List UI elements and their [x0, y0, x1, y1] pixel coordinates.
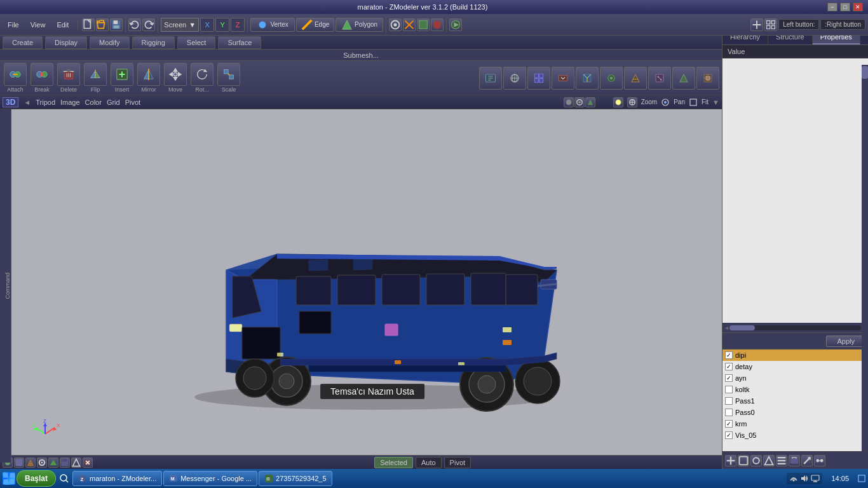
node-checkbox-vis05[interactable]: ✓: [725, 431, 733, 439]
panel-btn6[interactable]: [789, 455, 800, 466]
image-label[interactable]: Image: [60, 98, 80, 106]
polygon-mode-btn[interactable]: Polygon: [336, 18, 383, 32]
menu-view[interactable]: View: [25, 20, 51, 30]
taskbar-app-messenger[interactable]: M Messenger - Google ...: [163, 471, 257, 486]
pan-label[interactable]: Pan: [674, 98, 685, 105]
tab-surface[interactable]: Surface: [218, 36, 261, 49]
scene-node-ayn[interactable]: ✓ ayn: [722, 372, 868, 384]
redo-button[interactable]: [142, 18, 155, 31]
extra-tool5[interactable]: [576, 67, 599, 90]
windows-logo[interactable]: [3, 472, 15, 485]
tripod-label[interactable]: Tripod: [36, 98, 55, 106]
extra-tool7[interactable]: [624, 67, 647, 90]
auto-status[interactable]: Auto: [416, 457, 442, 468]
light-icon[interactable]: [613, 97, 623, 107]
viewport-3d[interactable]: Temsa'cı Nazım Usta X Y Z: [11, 95, 733, 463]
extra-tool3[interactable]: [527, 67, 550, 90]
taskbar-search[interactable]: [57, 471, 71, 485]
panel-btn2[interactable]: [738, 455, 749, 466]
snap-btn[interactable]: [750, 18, 763, 31]
render-mode2[interactable]: [574, 97, 585, 107]
left-button-indicator[interactable]: Left button:: [778, 19, 819, 30]
maximize-button[interactable]: □: [840, 3, 850, 11]
tool-btn2[interactable]: [403, 18, 416, 31]
grid-label[interactable]: Grid: [107, 98, 120, 106]
scroll-track[interactable]: [729, 325, 861, 330]
pivot-status[interactable]: Pivot: [444, 457, 471, 468]
fit-label[interactable]: Fit: [702, 98, 709, 105]
chevron-left-icon[interactable]: ◄: [24, 98, 31, 106]
delete-tool[interactable]: Delete: [56, 62, 81, 93]
axis-z-btn[interactable]: Z: [231, 18, 245, 32]
right-button-indicator[interactable]: :Right button: [820, 19, 865, 30]
tab-create[interactable]: Create: [3, 36, 43, 49]
node-checkbox-pass0[interactable]: [725, 409, 733, 416]
taskbar-app-maraton[interactable]: Z maraton - ZModeler...: [72, 471, 162, 486]
tool-btn4[interactable]: [431, 18, 444, 31]
grid-btn[interactable]: [764, 18, 777, 31]
scene-node-dipi[interactable]: ✓ dipi: [722, 349, 868, 361]
status-icon4[interactable]: [37, 458, 47, 468]
status-icon8[interactable]: [83, 458, 93, 468]
rotate-tool[interactable]: Rot...: [189, 62, 215, 93]
scene-node-pass0[interactable]: Pass0: [722, 407, 868, 418]
axis-y-btn[interactable]: Y: [215, 18, 229, 32]
system-icon[interactable]: [811, 474, 820, 483]
command-label[interactable]: Command: [4, 271, 11, 301]
viewport-options[interactable]: [627, 97, 637, 107]
mirror-tool[interactable]: Mirror: [136, 62, 161, 93]
tab-display[interactable]: Display: [45, 36, 87, 49]
panel-scrollbar-h[interactable]: ◄ ►: [722, 323, 868, 333]
axis-x-btn[interactable]: X: [200, 18, 214, 32]
panel-btn4[interactable]: [763, 455, 775, 466]
menu-file[interactable]: File: [3, 20, 24, 30]
tool-btn1[interactable]: [389, 18, 402, 31]
panel-scrollbar-v[interactable]: [862, 65, 868, 451]
menu-edit[interactable]: Edit: [51, 20, 74, 30]
node-checkbox-pass1[interactable]: [725, 397, 733, 405]
edge-mode-btn[interactable]: Edge: [296, 18, 334, 32]
open-button[interactable]: [96, 18, 109, 31]
flip-tool[interactable]: Flip: [83, 62, 108, 93]
panel-btn7[interactable]: [801, 455, 813, 466]
color-label[interactable]: Color: [85, 98, 102, 106]
selected-status[interactable]: Selected: [374, 457, 413, 468]
volume-icon[interactable]: [800, 474, 809, 483]
move-tool[interactable]: Move: [163, 62, 188, 93]
panel-btn5[interactable]: [776, 455, 787, 466]
node-checkbox-koltk[interactable]: [725, 386, 733, 393]
network-icon[interactable]: [789, 474, 798, 483]
status-icon6[interactable]: [60, 458, 70, 468]
status-icon7[interactable]: [71, 458, 81, 468]
extra-tool10[interactable]: [696, 67, 719, 90]
render-btn[interactable]: [449, 18, 462, 31]
save-button[interactable]: [110, 18, 123, 31]
status-icon2[interactable]: [14, 458, 24, 468]
tab-select[interactable]: Select: [177, 36, 216, 49]
undo-button[interactable]: [128, 18, 141, 31]
zoom-label[interactable]: Zoom: [641, 98, 658, 105]
extra-tool1[interactable]: [479, 67, 502, 90]
extra-tool6[interactable]: [600, 67, 623, 90]
render-mode1[interactable]: [564, 97, 574, 107]
chevron-right-icon[interactable]: ▼: [712, 98, 719, 106]
tab-rigging[interactable]: Rigging: [132, 36, 175, 49]
node-checkbox-krm[interactable]: ✓: [725, 420, 733, 428]
status-icon5[interactable]: [48, 458, 58, 468]
tool-btn3[interactable]: [417, 18, 430, 31]
taskbar-app-extra1[interactable]: ⊞ 27357529342_5e49c8c...: [259, 471, 332, 486]
screen-dropdown[interactable]: Screen ▼: [161, 18, 199, 32]
node-checkbox-detay[interactable]: ✓: [725, 363, 733, 370]
scene-node-detay[interactable]: ✓ detay: [722, 361, 868, 372]
show-desktop-icon[interactable]: [858, 475, 865, 482]
status-icon3[interactable]: [25, 458, 36, 468]
vertex-mode-btn[interactable]: Vertex: [250, 18, 295, 32]
scene-node-koltk[interactable]: koltk: [722, 384, 868, 395]
scene-node-krm[interactable]: ✓ krm: [722, 418, 868, 430]
extra-tool2[interactable]: [503, 67, 526, 90]
attach-tool[interactable]: Attach: [3, 62, 28, 93]
scene-node-vis05[interactable]: ✓ Vis_05: [722, 430, 868, 441]
scroll-thumb[interactable]: [729, 325, 755, 330]
start-button[interactable]: Başlat: [17, 470, 56, 487]
viewport-3d-label[interactable]: 3D: [3, 97, 18, 107]
